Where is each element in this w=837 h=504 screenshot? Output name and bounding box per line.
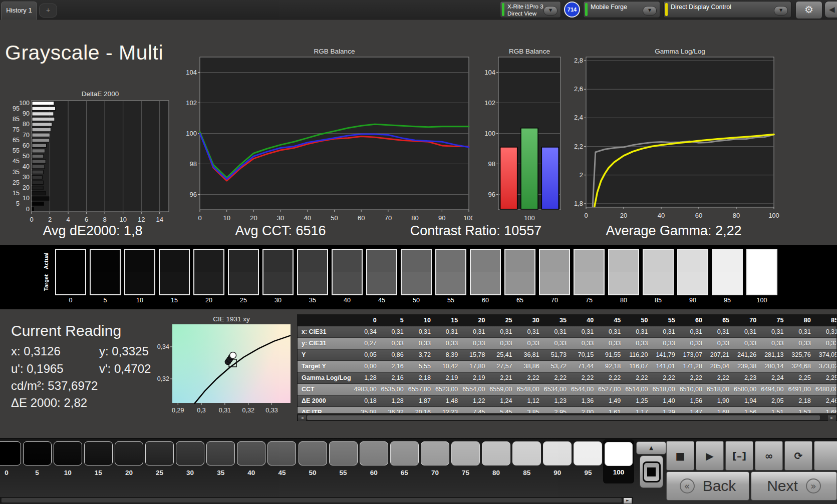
scroll-left-icon[interactable]: ◄ — [298, 415, 306, 421]
stop-button[interactable]: ■ — [666, 441, 694, 470]
delta-e-chart: DeltaE 2000 0510152025303540455055606570… — [4, 90, 179, 227]
table-row: Y0,050,863,728,3915,7825,4136,8151,7370,… — [298, 349, 837, 361]
patch-button-15[interactable]: 15 — [84, 441, 113, 481]
svg-text:40: 40 — [23, 163, 30, 170]
grayscale-swatch-25 — [228, 249, 259, 295]
svg-text:6: 6 — [85, 216, 88, 223]
grayscale-swatch-85 — [643, 249, 674, 295]
patch-button-5[interactable]: 5 — [23, 441, 52, 481]
back-button[interactable]: « Back — [666, 471, 749, 500]
patch-button-10[interactable]: 10 — [54, 441, 82, 481]
svg-text:100: 100 — [524, 214, 535, 222]
step-measure-button[interactable]: [–] — [725, 441, 753, 470]
patch-button-35[interactable]: 35 — [206, 441, 235, 481]
meter-dropdown[interactable]: X-Rite i1Pro 3Direct View ▼ — [500, 1, 561, 18]
patch-button-0[interactable]: 0 — [0, 441, 21, 481]
grayscale-swatch-70 — [539, 249, 570, 295]
patch-button-55[interactable]: 55 — [329, 441, 358, 481]
svg-text:0: 0 — [198, 214, 201, 222]
svg-text:20: 20 — [620, 212, 627, 219]
patch-button-45[interactable]: 45 — [267, 441, 296, 481]
display-control-dropdown[interactable]: Direct Display Control ▼ — [663, 1, 791, 18]
settings-button[interactable]: ⚙ — [795, 1, 822, 19]
source-status-indicator — [585, 3, 588, 16]
next-label: Next — [767, 477, 798, 494]
scrollbar-thumb[interactable] — [307, 415, 820, 420]
patch-button-100[interactable]: 100 — [603, 439, 634, 483]
patch-button-40[interactable]: 40 — [237, 441, 265, 481]
patch-swatch — [145, 441, 174, 465]
scroll-right-icon[interactable]: ► — [828, 415, 836, 421]
svg-text:15: 15 — [13, 190, 20, 197]
svg-text:55: 55 — [13, 147, 20, 154]
reading-x: x: 0,3126 — [11, 344, 61, 358]
svg-text:30: 30 — [277, 214, 284, 222]
patch-button-50[interactable]: 50 — [299, 441, 327, 481]
pattern-window-icon — [643, 461, 661, 482]
patch-row-scrollbar[interactable]: ► — [0, 497, 633, 503]
swatch-level-label: 100 — [746, 297, 777, 304]
extra-button[interactable] — [814, 441, 837, 470]
table-horizontal-scrollbar[interactable]: ◄ ► — [297, 414, 837, 421]
scrollbar-thumb[interactable] — [2, 498, 622, 502]
patch-level-label: 30 — [176, 469, 204, 476]
swatch-level-label: 30 — [262, 297, 294, 304]
patch-button-20[interactable]: 20 — [115, 441, 143, 481]
swatch-level-label: 45 — [366, 297, 397, 304]
grayscale-swatch-100 — [746, 249, 777, 295]
swatch-level-label: 20 — [193, 297, 224, 304]
meter-count-badge[interactable]: 714 — [564, 2, 580, 18]
patch-button-65[interactable]: 65 — [390, 441, 419, 481]
svg-text:2,4: 2,4 — [574, 114, 583, 121]
play-icon: ▶ — [706, 450, 713, 462]
scroll-right-icon[interactable]: ► — [624, 498, 632, 503]
patch-button-75[interactable]: 75 — [451, 441, 480, 481]
patch-button-85[interactable]: 85 — [512, 441, 541, 481]
patch-button-60[interactable]: 60 — [360, 441, 388, 481]
patch-level-label: 95 — [574, 469, 602, 476]
svg-text:102: 102 — [186, 99, 197, 107]
play-button[interactable]: ▶ — [696, 441, 724, 470]
refresh-button[interactable]: ⟳ — [784, 441, 812, 470]
patch-button-25[interactable]: 25 — [145, 441, 174, 481]
patch-swatch — [299, 441, 327, 465]
next-button[interactable]: Next » — [751, 471, 837, 500]
patch-button-95[interactable]: 95 — [574, 441, 602, 481]
pattern-source-label: Mobile Forge — [591, 4, 627, 11]
delta-e-plot: 0510152025303540455055606570758085909510… — [4, 99, 179, 225]
swatch-level-label: 85 — [643, 297, 674, 304]
pattern-source-dropdown[interactable]: Mobile Forge ▼ — [583, 1, 660, 18]
patch-button-80[interactable]: 80 — [482, 441, 510, 481]
swatch-level-label: 5 — [90, 297, 121, 304]
svg-text:100: 100 — [484, 130, 495, 137]
gamma-chart: Gamma Log/Log 1,822,22,42,62,80204060801… — [562, 48, 780, 223]
swatch-level-label: 80 — [608, 297, 639, 304]
svg-text:60: 60 — [695, 212, 702, 219]
avg-cct-readout: Avg CCT: 6516 — [235, 223, 326, 239]
svg-text:100: 100 — [186, 130, 197, 137]
patch-button-30[interactable]: 30 — [176, 441, 204, 481]
patch-button-90[interactable]: 90 — [543, 441, 572, 481]
continuous-measure-button[interactable]: ∞ — [755, 441, 783, 470]
chevron-down-icon: ▼ — [543, 6, 557, 16]
rgb-balance-bar-chart: RGB Balance 9698100102104100 — [476, 48, 563, 225]
svg-text:90: 90 — [438, 214, 445, 222]
patch-list-up-button[interactable]: ▲ — [636, 441, 666, 454]
grayscale-swatch-15 — [159, 249, 190, 295]
tab-history-1[interactable]: History 1 — [1, 2, 37, 20]
svg-text:70: 70 — [23, 132, 30, 139]
reading-v: v': 0,4702 — [99, 362, 151, 376]
patch-level-label: 40 — [237, 469, 265, 476]
swatch-level-label: 60 — [470, 297, 501, 304]
patch-level-label: 15 — [84, 469, 113, 476]
svg-text:2,8: 2,8 — [574, 57, 583, 64]
svg-text:10: 10 — [223, 214, 230, 222]
patch-button-70[interactable]: 70 — [421, 441, 449, 481]
pattern-window-button[interactable] — [640, 455, 663, 488]
add-tab-button[interactable]: + — [39, 4, 57, 18]
swatch-level-label: 55 — [435, 297, 466, 304]
collapse-panel-button[interactable]: ◀ — [824, 1, 837, 18]
patch-swatch — [237, 441, 265, 465]
grayscale-swatch-80 — [608, 249, 639, 295]
svg-text:0,29: 0,29 — [172, 407, 184, 414]
